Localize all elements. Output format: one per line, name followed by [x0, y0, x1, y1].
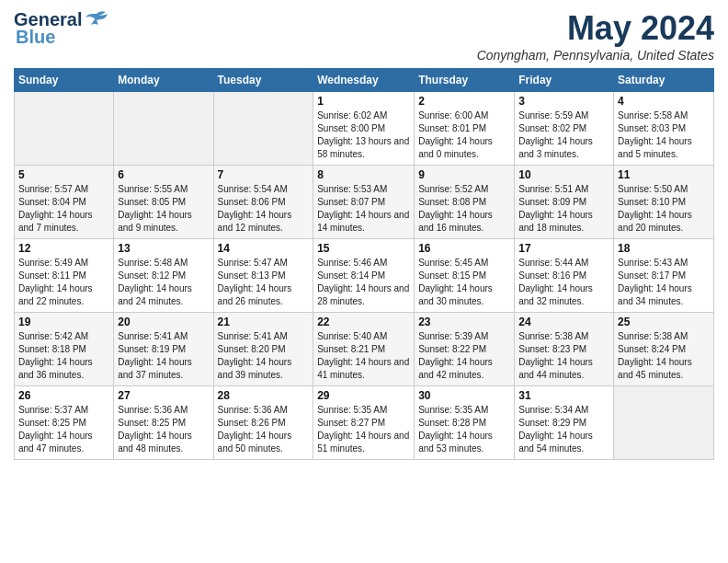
day-cell: 20Sunrise: 5:41 AM Sunset: 8:19 PM Dayli…	[114, 313, 213, 386]
day-cell: 14Sunrise: 5:47 AM Sunset: 8:13 PM Dayli…	[213, 239, 313, 313]
day-cell: 12Sunrise: 5:49 AM Sunset: 8:11 PM Dayli…	[15, 239, 114, 313]
day-number: 5	[18, 168, 109, 181]
day-cell	[213, 92, 313, 166]
day-cell: 26Sunrise: 5:37 AM Sunset: 8:25 PM Dayli…	[15, 386, 114, 460]
col-header-wednesday: Wednesday	[313, 69, 415, 92]
day-cell	[614, 386, 714, 460]
header-row: SundayMondayTuesdayWednesdayThursdayFrid…	[15, 69, 714, 92]
day-info: Sunrise: 5:57 AM Sunset: 8:04 PM Dayligh…	[18, 183, 109, 235]
day-info: Sunrise: 5:34 AM Sunset: 8:29 PM Dayligh…	[518, 404, 609, 455]
day-info: Sunrise: 5:36 AM Sunset: 8:26 PM Dayligh…	[218, 404, 310, 455]
day-info: Sunrise: 5:54 AM Sunset: 8:06 PM Dayligh…	[218, 183, 310, 235]
week-row-4: 19Sunrise: 5:42 AM Sunset: 8:18 PM Dayli…	[15, 313, 714, 386]
day-cell: 5Sunrise: 5:57 AM Sunset: 8:04 PM Daylig…	[15, 166, 114, 239]
col-header-saturday: Saturday	[614, 69, 714, 92]
day-number: 9	[418, 168, 510, 181]
day-number: 21	[218, 316, 310, 328]
day-cell: 9Sunrise: 5:52 AM Sunset: 8:08 PM Daylig…	[415, 166, 515, 239]
day-cell: 7Sunrise: 5:54 AM Sunset: 8:06 PM Daylig…	[213, 166, 313, 239]
day-number: 17	[518, 242, 609, 255]
day-number: 27	[118, 389, 209, 402]
day-cell: 15Sunrise: 5:46 AM Sunset: 8:14 PM Dayli…	[313, 239, 415, 313]
day-cell: 3Sunrise: 5:59 AM Sunset: 8:02 PM Daylig…	[515, 92, 614, 166]
day-cell: 22Sunrise: 5:40 AM Sunset: 8:21 PM Dayli…	[313, 313, 415, 386]
day-number: 16	[418, 242, 510, 255]
day-number: 19	[18, 316, 109, 328]
day-cell: 1Sunrise: 6:02 AM Sunset: 8:00 PM Daylig…	[313, 92, 415, 166]
week-row-2: 5Sunrise: 5:57 AM Sunset: 8:04 PM Daylig…	[15, 166, 714, 239]
day-cell: 30Sunrise: 5:35 AM Sunset: 8:28 PM Dayli…	[415, 386, 515, 460]
day-info: Sunrise: 5:38 AM Sunset: 8:23 PM Dayligh…	[518, 330, 609, 382]
location-text: Conyngham, Pennsylvania, United States	[477, 48, 714, 63]
day-info: Sunrise: 5:41 AM Sunset: 8:19 PM Dayligh…	[118, 330, 209, 382]
day-info: Sunrise: 6:02 AM Sunset: 8:00 PM Dayligh…	[317, 109, 410, 161]
day-info: Sunrise: 5:51 AM Sunset: 8:09 PM Dayligh…	[518, 183, 609, 235]
col-header-monday: Monday	[114, 69, 213, 92]
logo-bird-icon	[84, 10, 109, 29]
day-number: 14	[218, 242, 310, 255]
day-cell: 28Sunrise: 5:36 AM Sunset: 8:26 PM Dayli…	[213, 386, 313, 460]
day-number: 29	[317, 389, 410, 402]
day-info: Sunrise: 5:44 AM Sunset: 8:16 PM Dayligh…	[518, 257, 609, 308]
day-number: 1	[317, 95, 410, 108]
day-cell: 10Sunrise: 5:51 AM Sunset: 8:09 PM Dayli…	[515, 166, 614, 239]
day-number: 12	[18, 242, 109, 255]
week-row-3: 12Sunrise: 5:49 AM Sunset: 8:11 PM Dayli…	[15, 239, 714, 313]
day-cell: 17Sunrise: 5:44 AM Sunset: 8:16 PM Dayli…	[515, 239, 614, 313]
day-number: 3	[518, 95, 609, 108]
title-block: May 2024 Conyngham, Pennsylvania, United…	[477, 9, 714, 63]
day-info: Sunrise: 5:43 AM Sunset: 8:17 PM Dayligh…	[618, 257, 710, 308]
day-number: 8	[317, 168, 410, 181]
day-number: 23	[418, 316, 510, 328]
day-info: Sunrise: 5:47 AM Sunset: 8:13 PM Dayligh…	[218, 257, 310, 308]
day-number: 28	[218, 389, 310, 402]
day-number: 25	[618, 316, 710, 328]
day-number: 2	[418, 95, 510, 108]
day-cell	[114, 92, 213, 166]
day-number: 31	[518, 389, 609, 402]
day-cell: 21Sunrise: 5:41 AM Sunset: 8:20 PM Dayli…	[213, 313, 313, 386]
day-info: Sunrise: 5:50 AM Sunset: 8:10 PM Dayligh…	[618, 183, 710, 235]
week-row-5: 26Sunrise: 5:37 AM Sunset: 8:25 PM Dayli…	[15, 386, 714, 460]
week-row-1: 1Sunrise: 6:02 AM Sunset: 8:00 PM Daylig…	[15, 92, 714, 166]
day-number: 20	[118, 316, 209, 328]
logo-blue-text: Blue	[16, 27, 55, 48]
day-cell: 13Sunrise: 5:48 AM Sunset: 8:12 PM Dayli…	[114, 239, 213, 313]
day-info: Sunrise: 5:48 AM Sunset: 8:12 PM Dayligh…	[118, 257, 209, 308]
day-cell	[15, 92, 114, 166]
day-info: Sunrise: 5:46 AM Sunset: 8:14 PM Dayligh…	[317, 257, 410, 308]
day-cell: 6Sunrise: 5:55 AM Sunset: 8:05 PM Daylig…	[114, 166, 213, 239]
day-info: Sunrise: 5:45 AM Sunset: 8:15 PM Dayligh…	[418, 257, 510, 308]
day-info: Sunrise: 5:53 AM Sunset: 8:07 PM Dayligh…	[317, 183, 410, 235]
day-info: Sunrise: 5:52 AM Sunset: 8:08 PM Dayligh…	[418, 183, 510, 235]
day-info: Sunrise: 5:38 AM Sunset: 8:24 PM Dayligh…	[618, 330, 710, 382]
day-cell: 4Sunrise: 5:58 AM Sunset: 8:03 PM Daylig…	[614, 92, 714, 166]
day-info: Sunrise: 5:36 AM Sunset: 8:25 PM Dayligh…	[118, 404, 209, 455]
day-info: Sunrise: 5:42 AM Sunset: 8:18 PM Dayligh…	[18, 330, 109, 382]
page-header: General Blue May 2024 Conyngham, Pennsyl…	[14, 9, 714, 63]
day-info: Sunrise: 5:49 AM Sunset: 8:11 PM Dayligh…	[18, 257, 109, 308]
day-number: 30	[418, 389, 510, 402]
day-cell: 8Sunrise: 5:53 AM Sunset: 8:07 PM Daylig…	[313, 166, 415, 239]
day-number: 4	[618, 95, 710, 108]
day-info: Sunrise: 5:37 AM Sunset: 8:25 PM Dayligh…	[18, 404, 109, 455]
day-number: 15	[317, 242, 410, 255]
day-number: 22	[317, 316, 410, 328]
col-header-tuesday: Tuesday	[213, 69, 313, 92]
month-title: May 2024	[477, 9, 714, 48]
day-number: 10	[518, 168, 609, 181]
day-cell: 23Sunrise: 5:39 AM Sunset: 8:22 PM Dayli…	[415, 313, 515, 386]
day-number: 13	[118, 242, 209, 255]
day-cell: 11Sunrise: 5:50 AM Sunset: 8:10 PM Dayli…	[614, 166, 714, 239]
day-cell: 24Sunrise: 5:38 AM Sunset: 8:23 PM Dayli…	[515, 313, 614, 386]
day-number: 26	[18, 389, 109, 402]
day-info: Sunrise: 5:59 AM Sunset: 8:02 PM Dayligh…	[518, 109, 609, 161]
col-header-thursday: Thursday	[415, 69, 515, 92]
day-cell: 25Sunrise: 5:38 AM Sunset: 8:24 PM Dayli…	[614, 313, 714, 386]
day-info: Sunrise: 6:00 AM Sunset: 8:01 PM Dayligh…	[418, 109, 510, 161]
day-info: Sunrise: 5:58 AM Sunset: 8:03 PM Dayligh…	[618, 109, 710, 161]
day-cell: 31Sunrise: 5:34 AM Sunset: 8:29 PM Dayli…	[515, 386, 614, 460]
day-info: Sunrise: 5:39 AM Sunset: 8:22 PM Dayligh…	[418, 330, 510, 382]
day-cell: 27Sunrise: 5:36 AM Sunset: 8:25 PM Dayli…	[114, 386, 213, 460]
day-info: Sunrise: 5:40 AM Sunset: 8:21 PM Dayligh…	[317, 330, 410, 382]
